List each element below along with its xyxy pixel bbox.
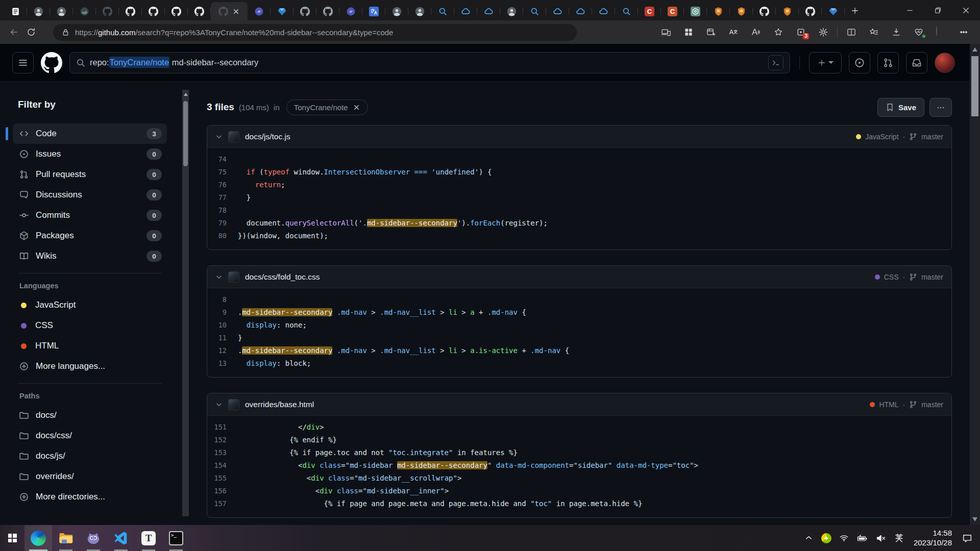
browser-tab[interactable] [753,2,776,20]
line-number[interactable]: 76 [207,179,238,191]
browser-tab[interactable] [569,2,592,20]
browser-tab[interactable] [50,2,73,20]
save-button[interactable]: Save [877,98,924,117]
code-line-content[interactable]: .md-sidebar--secondary .md-nav > .md-nav… [238,306,526,319]
line-number[interactable]: 10 [207,319,238,332]
github-search-input[interactable]: repo:TonyCrane/note md-sidebar--secondar… [69,52,790,73]
download-button[interactable] [885,23,908,41]
sidebar-item-packages[interactable]: Packages0 [13,226,167,246]
start-button[interactable] [0,525,24,551]
sidebar-item-commits[interactable]: Commits0 [13,205,167,226]
ime-language-indicator[interactable] [894,533,904,543]
code-line-content[interactable]: {% endif %} [238,434,337,446]
translate-tool-button[interactable] [722,23,745,41]
notification-center-button[interactable] [962,533,973,544]
code-line-content[interactable]: display: block; [238,357,311,370]
battery-icon[interactable] [856,533,868,544]
browser-tab[interactable] [4,2,27,20]
line-number[interactable]: 75 [207,166,238,179]
line-number[interactable]: 154 [207,459,238,472]
sidebar-item-wikis[interactable]: Wikis0 [13,246,167,266]
sidebar-scrollbar[interactable] [182,90,189,516]
page-scrollbar[interactable] [970,44,980,525]
file-name[interactable]: docs/css/fold_toc.css [245,272,320,282]
grid-button[interactable] [677,23,700,41]
code-line-content[interactable]: <div class="md-sidebar md-sidebar--secon… [238,459,698,472]
hub-button[interactable] [863,23,885,41]
scrollbar-thumb[interactable] [183,101,188,166]
browser-tab-active[interactable] [211,2,248,20]
scroll-down-arrow[interactable] [972,517,977,521]
browser-tab[interactable]: C [661,2,684,20]
result-card-header[interactable]: overrides/base.htmlHTML·master [207,393,951,416]
line-number[interactable]: 78 [207,204,238,217]
chevron-down-icon[interactable] [215,401,223,408]
split-button[interactable] [840,23,863,41]
code-line-content[interactable]: return; [238,179,285,191]
tray-expand-button[interactable] [804,533,814,543]
hamburger-menu-button[interactable] [12,52,34,73]
browser-tab[interactable] [165,2,188,20]
browser-tab[interactable] [73,2,96,20]
chevron-down-icon[interactable] [215,133,223,140]
flower-button[interactable] [812,23,835,41]
profile-button[interactable] [930,23,952,41]
browser-tab[interactable]: C [638,2,661,20]
code-line-content[interactable]: if (typeof window.IntersectionObserver =… [238,166,492,179]
browser-tab[interactable] [27,2,50,20]
code-line-content[interactable]: document.querySelectorAll('.md-sidebar--… [238,217,548,230]
file-name[interactable]: docs/js/toc.js [245,132,290,141]
taskbar-app-edge[interactable] [24,525,52,551]
line-number[interactable]: 11 [207,332,238,344]
sidebar-item-discussions[interactable]: Discussions0 [13,185,167,205]
repo-filter-pill[interactable]: TonyCrane/note [286,99,368,115]
restore-button[interactable] [924,0,952,20]
code-line-content[interactable]: {% if page and page.meta and page.meta.h… [238,497,642,510]
github-logo[interactable] [41,52,62,73]
line-number[interactable]: 9 [207,306,238,319]
result-card-header[interactable]: docs/js/toc.jsJavaScript·master [207,126,951,148]
minimize-button[interactable] [896,0,924,20]
browser-tab[interactable] [615,2,638,20]
browser-tab[interactable] [776,2,799,20]
line-number[interactable]: 13 [207,357,238,370]
antivirus-tray-icon[interactable]: + [821,533,831,543]
line-number[interactable]: 77 [207,191,238,204]
tab-close-icon[interactable] [232,8,240,15]
code-line-content[interactable]: {% if page.toc and not "toc.integrate" i… [238,446,518,459]
browser-tab[interactable] [408,2,431,20]
issues-button[interactable] [849,52,870,73]
language-filter-css[interactable]: CSS [13,315,167,336]
line-number[interactable]: 157 [207,497,238,510]
code-line-content[interactable]: </div> [238,421,324,434]
browser-tab[interactable] [96,2,119,20]
command-palette-button[interactable] [768,55,783,70]
device-button[interactable] [655,23,677,41]
browser-tab[interactable] [142,2,165,20]
browser-tab[interactable] [799,2,822,20]
browser-tab[interactable] [454,2,477,20]
taskbar-app-vscode[interactable] [107,525,135,551]
more-button[interactable]: ••• [952,23,975,41]
browser-tab[interactable] [316,2,339,20]
star-button[interactable] [767,23,790,41]
browser-tab[interactable] [477,2,500,20]
taskbar-app-explorer[interactable] [52,525,80,551]
file-name[interactable]: overrides/base.html [245,400,314,409]
code-line-content[interactable]: } [238,332,242,344]
line-number[interactable]: 8 [207,293,238,306]
line-number[interactable]: 156 [207,485,238,497]
browser-tab[interactable] [271,2,293,20]
browser-tab[interactable] [188,2,211,20]
more-options-button[interactable] [929,98,952,117]
scrollbar-thumb[interactable] [971,56,978,116]
pull-requests-button[interactable] [877,52,899,73]
line-number[interactable]: 155 [207,472,238,485]
sidebar-item-code[interactable]: Code3 [13,123,167,144]
browser-tab[interactable] [385,2,408,20]
path-filter[interactable]: docs/js/ [13,446,167,466]
language-filter-javascript[interactable]: JavaScript [13,295,167,315]
code-line-content[interactable]: display: none; [238,319,307,332]
browser-tab[interactable] [546,2,569,20]
essentials-button[interactable] [908,23,930,41]
